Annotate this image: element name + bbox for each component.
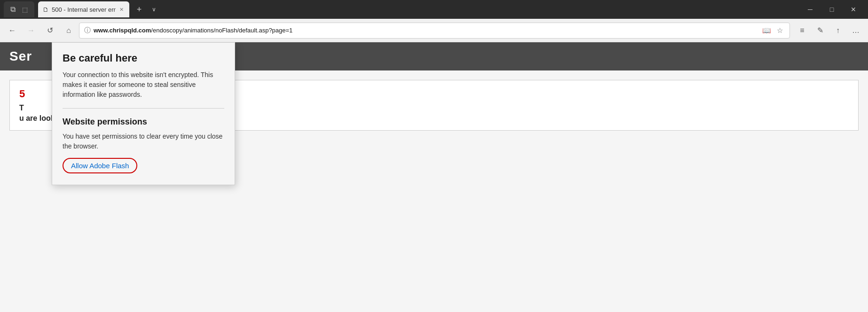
address-domain: www.chrispqld.com — [94, 27, 151, 34]
close-button[interactable]: ✕ — [843, 0, 864, 19]
tab-page-icon: 🗋 — [43, 6, 49, 13]
tab-close-button[interactable]: ✕ — [118, 6, 125, 14]
tab-inactive[interactable]: ⧉ ⬚ — [4, 1, 34, 17]
reading-view-icon[interactable]: 📖 — [760, 25, 773, 36]
popup-title: Be careful here — [63, 52, 224, 64]
address-text: www.chrispqld.com/endoscopy/animations/n… — [94, 27, 758, 34]
title-bar: ⧉ ⬚ 🗋 500 - Internal server err ✕ + ∨ ─ … — [0, 0, 868, 19]
tab-dropdown-button[interactable]: ∨ — [148, 4, 160, 15]
tab-active[interactable]: 🗋 500 - Internal server err ✕ — [38, 1, 129, 17]
share-button[interactable]: ↑ — [829, 22, 846, 39]
tab-add-button[interactable]: + — [133, 3, 146, 16]
popup-section-title: Website permissions — [63, 117, 224, 127]
forward-button[interactable]: → — [23, 22, 39, 39]
popup-divider — [63, 108, 224, 109]
favorites-bar-button[interactable]: ≡ — [794, 22, 811, 39]
notes-button[interactable]: ✎ — [812, 22, 829, 39]
address-bar-right: 📖 ☆ — [760, 25, 785, 36]
page-header-text: Ser — [9, 49, 32, 64]
page-area: Ser 5 T u are looking for, and it cannot… — [0, 42, 868, 312]
title-bar-left: ⧉ ⬚ 🗋 500 - Internal server err ✕ + ∨ — [4, 1, 160, 17]
refresh-button[interactable]: ↺ — [41, 22, 58, 39]
allow-flash-button[interactable]: Allow Adobe Flash — [63, 158, 137, 173]
copy-icon: ⧉ — [8, 3, 17, 16]
favorites-icon[interactable]: ☆ — [775, 25, 785, 36]
back-tab-icon: ⬚ — [20, 4, 30, 15]
maximize-button[interactable]: □ — [821, 0, 843, 19]
address-path: /endoscopy/animations/noFlash/default.as… — [151, 27, 292, 34]
window-controls: ─ □ ✕ — [799, 0, 864, 19]
home-button[interactable]: ⌂ — [60, 22, 77, 39]
nav-right-icons: ≡ ✎ ↑ … — [794, 22, 864, 39]
back-button[interactable]: ← — [4, 22, 21, 39]
address-bar[interactable]: ⓘ www.chrispqld.com/endoscopy/animations… — [79, 23, 790, 39]
popup-section-description: You have set permissions to clear every … — [63, 132, 224, 151]
security-info-icon[interactable]: ⓘ — [84, 26, 91, 35]
security-popup: Be careful here Your connection to this … — [52, 42, 235, 185]
nav-bar: ← → ↺ ⌂ ⓘ www.chrispqld.com/endoscopy/an… — [0, 19, 868, 42]
popup-description: Your connection to this website isn't en… — [63, 70, 224, 100]
more-button[interactable]: … — [847, 22, 864, 39]
tab-title: 500 - Internal server err — [52, 6, 116, 13]
minimize-button[interactable]: ─ — [799, 0, 821, 19]
